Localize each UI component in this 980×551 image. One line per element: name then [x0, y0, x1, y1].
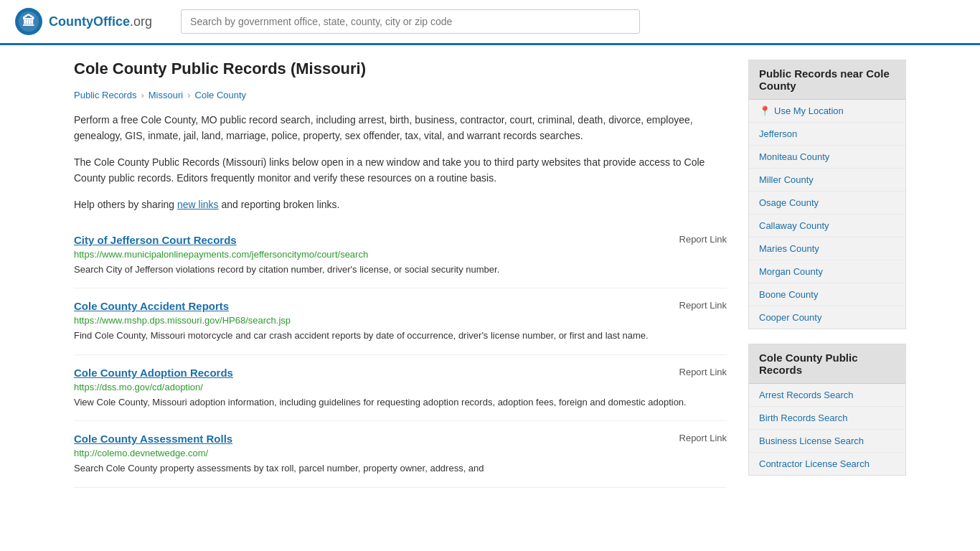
report-link-1[interactable]: Report Link [679, 300, 727, 311]
nearby-link-3[interactable]: Osage County [759, 197, 819, 208]
record-desc-3: Search Cole County property assessments … [74, 461, 727, 476]
cole-link-1[interactable]: Birth Records Search [759, 413, 848, 423]
nearby-item-6: Morgan County [749, 260, 905, 283]
record-item: Cole County Assessment Rolls Report Link… [74, 421, 727, 488]
record-url-0[interactable]: https://www.municipalonlinepayments.com/… [74, 249, 727, 260]
nearby-item-0: Jefferson [749, 123, 905, 146]
cole-link-3[interactable]: Contractor License Search [759, 458, 870, 469]
nearby-item-7: Boone County [749, 283, 905, 306]
report-link-2[interactable]: Report Link [679, 367, 727, 377]
description-2: The Cole County Public Records (Missouri… [74, 154, 727, 187]
cole-item-3: Contractor License Search [749, 453, 905, 475]
svg-text:🏛: 🏛 [22, 14, 35, 29]
nearby-section-title: Public Records near Cole County [749, 60, 905, 100]
record-desc-2: View Cole County, Missouri adoption info… [74, 395, 727, 410]
record-header: Cole County Assessment Rolls Report Link [74, 433, 727, 445]
record-item: City of Jefferson Court Records Report L… [74, 222, 727, 289]
location-icon: 📍 [759, 105, 771, 116]
breadcrumb-cole-county[interactable]: Cole County [195, 90, 247, 100]
cole-item-1: Birth Records Search [749, 407, 905, 430]
record-header: City of Jefferson Court Records Report L… [74, 234, 727, 246]
cole-item-0: Arrest Records Search [749, 384, 905, 407]
record-title-0[interactable]: City of Jefferson Court Records [74, 234, 237, 246]
nearby-item-4: Callaway County [749, 215, 905, 237]
page-title: Cole County Public Records (Missouri) [74, 60, 727, 78]
new-links-link[interactable]: new links [177, 199, 219, 210]
breadcrumb-missouri[interactable]: Missouri [149, 90, 183, 100]
report-link-3[interactable]: Report Link [679, 433, 727, 443]
site-header: 🏛 CountyOffice.org [0, 0, 980, 45]
description-3-prefix: Help others by sharing [74, 199, 177, 210]
breadcrumb-sep-2: › [187, 90, 190, 100]
logo-icon: 🏛 [14, 7, 43, 36]
use-my-location[interactable]: 📍 Use My Location [749, 100, 905, 123]
cole-county-section: Cole County Public Records Arrest Record… [748, 344, 906, 476]
main-container: Cole County Public Records (Missouri) Pu… [60, 45, 920, 504]
record-item: Cole County Accident Reports Report Link… [74, 288, 727, 355]
record-url-1[interactable]: https://www.mshp.dps.missouri.gov/HP68/s… [74, 315, 727, 326]
description-3-suffix: and reporting broken links. [219, 199, 340, 210]
nearby-link-4[interactable]: Callaway County [759, 220, 829, 231]
nearby-link-5[interactable]: Maries County [759, 243, 819, 254]
record-url-3[interactable]: http://colemo.devnetwedge.com/ [74, 448, 727, 458]
record-desc-0: Search City of Jefferson violations reco… [74, 263, 727, 277]
logo-text: CountyOffice.org [49, 14, 152, 29]
records-list: City of Jefferson Court Records Report L… [74, 222, 727, 488]
nearby-link-2[interactable]: Miller County [759, 174, 814, 185]
nearby-link-0[interactable]: Jefferson [759, 128, 797, 139]
sidebar: Public Records near Cole County 📍 Use My… [748, 60, 906, 490]
nearby-item-1: Moniteau County [749, 146, 905, 169]
logo[interactable]: 🏛 CountyOffice.org [14, 7, 152, 36]
cole-link-0[interactable]: Arrest Records Search [759, 390, 854, 400]
description-1: Perform a free Cole County, MO public re… [74, 112, 727, 144]
cole-section-title: Cole County Public Records [749, 344, 905, 384]
nearby-link-1[interactable]: Moniteau County [759, 151, 829, 162]
nearby-link-6[interactable]: Morgan County [759, 266, 823, 277]
content-area: Cole County Public Records (Missouri) Pu… [74, 60, 727, 490]
report-link-0[interactable]: Report Link [679, 234, 727, 245]
record-header: Cole County Adoption Records Report Link [74, 367, 727, 379]
cole-link-2[interactable]: Business License Search [759, 435, 864, 446]
cole-item-2: Business License Search [749, 430, 905, 453]
cole-items-container: Arrest Records SearchBirth Records Searc… [749, 384, 905, 475]
breadcrumb-sep-1: › [141, 90, 143, 100]
record-title-3[interactable]: Cole County Assessment Rolls [74, 433, 232, 445]
record-title-2[interactable]: Cole County Adoption Records [74, 367, 233, 379]
nearby-item-8: Cooper County [749, 306, 905, 329]
search-input[interactable] [181, 9, 640, 34]
record-title-1[interactable]: Cole County Accident Reports [74, 300, 229, 312]
nearby-item-5: Maries County [749, 237, 905, 260]
record-header: Cole County Accident Reports Report Link [74, 300, 727, 312]
nearby-link-8[interactable]: Cooper County [759, 312, 821, 323]
nearby-items-container: JeffersonMoniteau CountyMiller CountyOsa… [749, 123, 905, 329]
nearby-item-3: Osage County [749, 192, 905, 215]
breadcrumb-public-records[interactable]: Public Records [74, 90, 136, 100]
record-desc-1: Find Cole County, Missouri motorcycle an… [74, 329, 727, 343]
nearby-item-2: Miller County [749, 169, 905, 192]
breadcrumb: Public Records › Missouri › Cole County [74, 90, 727, 100]
record-url-2[interactable]: https://dss.mo.gov/cd/adoption/ [74, 382, 727, 392]
nearby-section: Public Records near Cole County 📍 Use My… [748, 60, 906, 329]
record-item: Cole County Adoption Records Report Link… [74, 355, 727, 422]
description-3: Help others by sharing new links and rep… [74, 197, 727, 212]
nearby-link-7[interactable]: Boone County [759, 289, 818, 300]
